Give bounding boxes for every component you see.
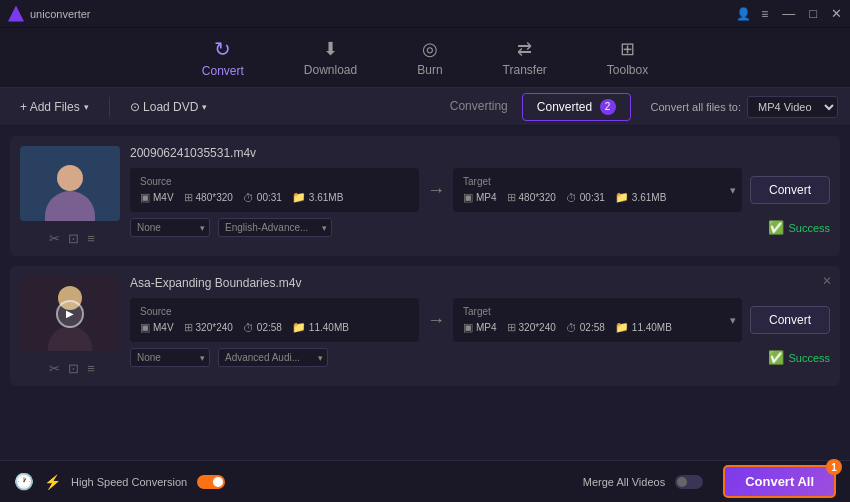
scissors-icon-2[interactable]: ✂	[49, 361, 60, 376]
file-info-1: 200906241035531.m4v Source ▣ M4V ⊞ 480*3…	[130, 146, 830, 237]
dur-icon-2: ⏱	[243, 322, 254, 334]
nav-item-toolbox[interactable]: ⊞ Toolbox	[597, 34, 658, 81]
subtitle-select-wrapper-1: None	[130, 218, 210, 237]
target-dur-1: ⏱ 00:31	[566, 192, 605, 204]
target-size-2: 📁 11.40MB	[615, 321, 672, 334]
title-bar: uniconverter 👤 ≡ — □ ✕	[0, 0, 850, 28]
convert-nav-label: Convert	[202, 64, 244, 78]
target-label-2: Target	[463, 306, 732, 317]
speed-label: High Speed Conversion	[71, 476, 187, 488]
t-format-icon: ▣	[463, 191, 473, 204]
effects-icon[interactable]: ≡	[87, 231, 95, 246]
target-box-1: Target ▣ MP4 ⊞ 480*320 ⏱ 00:31	[453, 168, 742, 212]
app-name: uniconverter	[30, 8, 91, 20]
nav-item-convert[interactable]: ↻ Convert	[192, 33, 254, 82]
crop-icon[interactable]: ⊡	[68, 231, 79, 246]
audio-select-wrapper-2: Advanced Audi...	[218, 348, 328, 367]
close-button[interactable]: ✕	[831, 6, 842, 21]
t-dur-icon-2: ⏱	[566, 322, 577, 334]
crop-icon-2[interactable]: ⊡	[68, 361, 79, 376]
target-box-2: Target ▣ MP4 ⊞ 320*240 ⏱ 02:58	[453, 298, 742, 342]
toolbox-nav-icon: ⊞	[620, 38, 635, 60]
size-icon: 📁	[292, 191, 306, 204]
user-icon[interactable]: 👤	[736, 7, 751, 21]
source-label-2: Source	[140, 306, 409, 317]
convert-nav-icon: ↻	[214, 37, 231, 61]
subtitle-select-1[interactable]: None	[130, 218, 210, 237]
converted-badge: 2	[600, 99, 616, 115]
target-res-2: ⊞ 320*240	[507, 321, 556, 334]
target-dropdown-2[interactable]: ▾	[730, 314, 736, 327]
file-name-2: Asa-Expanding Boundaries.m4v	[130, 276, 830, 290]
add-files-button[interactable]: + Add Files ▾	[12, 96, 97, 118]
file-name-1: 200906241035531.m4v	[130, 146, 830, 160]
format-icon-2: ▣	[140, 321, 150, 334]
target-meta-1: ▣ MP4 ⊞ 480*320 ⏱ 00:31 📁	[463, 191, 732, 204]
file-card-2: ✕ ▶ ✂ ⊡ ≡ Asa-Expanding Boundaries.m4v S…	[10, 266, 840, 386]
merge-label: Merge All Videos	[583, 476, 665, 488]
toolbox-nav-label: Toolbox	[607, 63, 648, 77]
convert-all-badge: 1	[826, 459, 842, 475]
minimize-button[interactable]: —	[782, 6, 795, 21]
res-icon-2: ⊞	[184, 321, 193, 334]
add-files-chevron[interactable]: ▾	[84, 102, 89, 112]
load-dvd-label: ⊙ Load DVD	[130, 100, 199, 114]
source-size-2: 📁 11.40MB	[292, 321, 349, 334]
tab-group: Converting Converted 2	[436, 93, 631, 121]
audio-select-1[interactable]: English-Advance...	[218, 218, 332, 237]
file-card-1: ✂ ⊡ ≡ 200906241035531.m4v Source ▣ M4V ⊞	[10, 136, 840, 256]
tab-converted[interactable]: Converted 2	[522, 93, 631, 121]
convert-all-button[interactable]: Convert All 1	[723, 465, 836, 498]
t-format-icon-2: ▣	[463, 321, 473, 334]
arrow-2: →	[427, 310, 445, 331]
nav-item-burn[interactable]: ◎ Burn	[407, 34, 452, 81]
target-meta-2: ▣ MP4 ⊞ 320*240 ⏱ 02:58 📁	[463, 321, 732, 334]
source-meta-1: ▣ M4V ⊞ 480*320 ⏱ 00:31 📁	[140, 191, 409, 204]
target-res-1: ⊞ 480*320	[507, 191, 556, 204]
success-badge-2: ✅ Success	[768, 350, 830, 365]
success-icon-1: ✅	[768, 220, 784, 235]
scissors-icon[interactable]: ✂	[49, 231, 60, 246]
thumbnail-1	[20, 146, 120, 221]
audio-select-wrapper-1: English-Advance...	[218, 218, 332, 237]
target-dur-2: ⏱ 02:58	[566, 322, 605, 334]
source-format-2: ▣ M4V	[140, 321, 174, 334]
merge-toggle[interactable]	[675, 475, 703, 489]
dur-icon: ⏱	[243, 192, 254, 204]
load-dvd-button[interactable]: ⊙ Load DVD ▾	[122, 96, 216, 118]
nav-item-download[interactable]: ⬇ Download	[294, 34, 367, 81]
title-bar-controls: 👤 ≡ — □ ✕	[736, 6, 842, 21]
subtitle-row-1: None English-Advance... ✅ Success	[130, 218, 830, 237]
bottom-bar: 🕐 ⚡ High Speed Conversion Merge All Vide…	[0, 460, 850, 502]
audio-select-2[interactable]: Advanced Audi...	[218, 348, 328, 367]
person-body-2	[48, 326, 92, 351]
maximize-button[interactable]: □	[809, 6, 817, 21]
source-format-1: ▣ M4V	[140, 191, 174, 204]
menu-icon[interactable]: ≡	[761, 7, 768, 21]
convert-button-1[interactable]: Convert	[750, 176, 830, 204]
schedule-icon[interactable]: 🕐	[14, 472, 34, 491]
tab-converting[interactable]: Converting	[436, 94, 522, 120]
target-dropdown-1[interactable]: ▾	[730, 184, 736, 197]
convert-button-2[interactable]: Convert	[750, 306, 830, 334]
source-size-1: 📁 3.61MB	[292, 191, 343, 204]
nav-item-transfer[interactable]: ⇄ Transfer	[493, 34, 557, 81]
effects-icon-2[interactable]: ≡	[87, 361, 95, 376]
source-meta-2: ▣ M4V ⊞ 320*240 ⏱ 02:58 📁	[140, 321, 409, 334]
toolbar-separator	[109, 97, 110, 117]
size-icon-2: 📁	[292, 321, 306, 334]
load-dvd-chevron[interactable]: ▾	[202, 102, 207, 112]
title-bar-left: uniconverter	[8, 6, 91, 22]
t-size-icon-2: 📁	[615, 321, 629, 334]
download-nav-label: Download	[304, 63, 357, 77]
t-res-icon: ⊞	[507, 191, 516, 204]
subtitle-select-2[interactable]: None	[130, 348, 210, 367]
thumb-tools-2: ✂ ⊡ ≡	[45, 361, 95, 376]
source-target-row-2: Source ▣ M4V ⊞ 320*240 ⏱ 02:58	[130, 298, 830, 342]
speed-toggle[interactable]	[197, 475, 225, 489]
source-box-1: Source ▣ M4V ⊞ 480*320 ⏱ 00:31	[130, 168, 419, 212]
close-card-2[interactable]: ✕	[822, 274, 832, 288]
success-badge-1: ✅ Success	[768, 220, 830, 235]
play-icon-2[interactable]: ▶	[56, 300, 84, 328]
format-select[interactable]: MP4 Video MKV Video AVI Video MOV Video	[747, 96, 838, 118]
